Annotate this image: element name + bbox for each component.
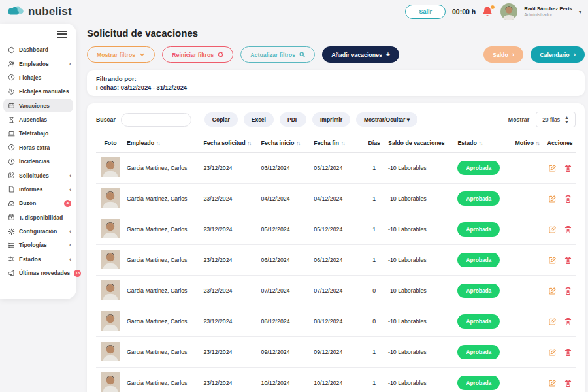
- excel-button[interactable]: Excel: [244, 112, 274, 127]
- sidebar-item-ausencias[interactable]: Ausencias: [0, 112, 76, 126]
- edit-icon[interactable]: [548, 318, 557, 326]
- saldo-button[interactable]: Saldo ›: [483, 46, 523, 63]
- edit-icon[interactable]: [548, 195, 557, 203]
- column-header-fecha-solicitud[interactable]: Fecha solicitud↑↓: [201, 135, 259, 153]
- cell-motivo: [514, 306, 545, 337]
- edit-icon[interactable]: [548, 164, 557, 172]
- pdf-button[interactable]: PDF: [280, 112, 306, 127]
- sidebar-item-solicitudes[interactable]: Solicitudes‹: [0, 169, 76, 182]
- sidebar-item-t-disponibilidad[interactable]: T. disponibilidad: [0, 210, 76, 224]
- sidebar-item-label: Teletrabajo: [19, 130, 48, 137]
- cell-fecha-solicitud: 23/12/2024: [201, 214, 259, 245]
- users-icon: [8, 60, 15, 67]
- sidebar-item-teletrabajo[interactable]: Teletrabajo: [0, 127, 76, 140]
- table-row: Garcia Martinez, Carlos23/12/202409/12/2…: [96, 337, 576, 368]
- cell-fecha-fin: 07/12/2024: [312, 276, 362, 306]
- chevron-left-icon: ‹: [69, 61, 71, 67]
- calendar-button[interactable]: Calendario ›: [531, 46, 585, 63]
- mostrar-ocultar-button[interactable]: Mostrar/Ocultar ▾: [356, 112, 417, 127]
- delete-icon[interactable]: [564, 256, 572, 265]
- employee-photo: [101, 264, 120, 270]
- row-actions: [546, 287, 574, 295]
- cell-dias: 1: [362, 245, 386, 276]
- delete-icon[interactable]: [564, 287, 572, 295]
- notification-dot: [490, 5, 495, 10]
- cell-fecha-inicio: 06/12/2024: [259, 245, 312, 276]
- column-header-fecha-inicio[interactable]: Fecha inicio↑↓: [259, 135, 312, 153]
- user-name: Raúl Sánchez Peris: [524, 6, 572, 12]
- cell-saldo: -10 Laborables: [386, 245, 455, 276]
- sidebar-item-horas-extra[interactable]: Horas extra: [0, 140, 76, 154]
- sidebar-item-ultimas-novedades[interactable]: Últimas novedades13: [0, 267, 76, 280]
- status-badge: Aprobada: [457, 253, 500, 267]
- notifications-bell-icon[interactable]: [482, 6, 494, 18]
- cell-saldo: -10 Laborables: [386, 368, 455, 392]
- menu-toggle-icon[interactable]: [57, 31, 67, 38]
- delete-icon[interactable]: [564, 195, 572, 203]
- cell-fecha-inicio: 05/12/2024: [259, 214, 312, 245]
- sidebar-item-tipologias[interactable]: Tipologías‹: [0, 238, 76, 252]
- cell-saldo: -10 Laborables: [386, 276, 455, 306]
- status-badge: Aprobada: [457, 284, 500, 298]
- cell-fecha-fin: 08/12/2024: [312, 306, 362, 337]
- edit-icon[interactable]: [548, 287, 557, 295]
- cell-motivo: [514, 153, 545, 184]
- cell-fecha-fin: 04/12/2024: [312, 184, 362, 214]
- worked-time: 00:00 h: [452, 8, 476, 16]
- sidebar-item-vacaciones[interactable]: Vacaciones: [3, 99, 73, 112]
- sidebar-item-dashboard[interactable]: Dashboard: [0, 43, 76, 57]
- list-icon: [8, 242, 15, 249]
- reset-filters-button[interactable]: Reiniciar filtros: [162, 46, 233, 63]
- sidebar-item-label: Ausencias: [19, 116, 47, 123]
- user-menu[interactable]: Raúl Sánchez Peris Administrador: [524, 6, 572, 18]
- column-header-empleado[interactable]: Empleado↑↓: [125, 135, 201, 153]
- sidebar-item-empleados[interactable]: Empleados‹: [0, 57, 76, 71]
- employee-photo: [101, 295, 120, 301]
- column-header-motivo[interactable]: Motivo↑↓: [514, 135, 545, 153]
- sidebar-item-informes[interactable]: Informes‹: [0, 182, 76, 196]
- actions-row: Mostrar filtros Reiniciar filtros Actual…: [87, 46, 585, 63]
- column-header-foto: Foto: [96, 135, 125, 153]
- cell-fecha-solicitud: 23/12/2024: [201, 368, 259, 392]
- table-row: Garcia Martinez, Carlos23/12/202410/12/2…: [96, 368, 576, 392]
- search-input[interactable]: [121, 113, 191, 127]
- sidebar-item-fichajes-manuales[interactable]: Fichajes manuales: [0, 85, 76, 99]
- sidebar-item-buzon[interactable]: Buzón4: [0, 197, 76, 210]
- cell-dias: 1: [362, 153, 386, 184]
- delete-icon[interactable]: [564, 225, 572, 234]
- edit-icon[interactable]: [548, 348, 557, 357]
- edit-icon[interactable]: [548, 379, 557, 387]
- update-filters-button[interactable]: Actualizar filtros: [240, 46, 315, 63]
- status-badge: Aprobada: [457, 161, 500, 175]
- plus-icon: +: [386, 51, 390, 58]
- sort-icon: ↑↓: [156, 140, 160, 146]
- imprimir-button[interactable]: Imprimir: [312, 112, 350, 127]
- copiar-button[interactable]: Copiar: [204, 112, 238, 127]
- sidebar-item-incidencias[interactable]: Incidencias: [0, 155, 76, 169]
- sidebar-item-label: Horas extra: [19, 144, 50, 151]
- show-filters-button[interactable]: Mostrar filtros: [87, 46, 155, 63]
- cell-saldo: -10 Laborables: [386, 337, 455, 368]
- column-header-fecha-fin[interactable]: Fecha fin↑↓: [312, 135, 362, 153]
- chevron-left-icon: ‹: [69, 242, 71, 248]
- page-title: Solicitud de vacaciones: [87, 27, 585, 39]
- user-avatar[interactable]: [500, 3, 517, 20]
- cell-motivo: [514, 337, 545, 368]
- user-menu-caret-icon[interactable]: ▾: [579, 9, 581, 15]
- nubelist-logo[interactable]: nubelist: [7, 5, 72, 20]
- rows-per-page-select[interactable]: 20 filas ▲▼: [536, 112, 576, 127]
- cell-motivo: [514, 245, 545, 276]
- logout-button[interactable]: Salir: [405, 5, 446, 19]
- sidebar-item-fichajes[interactable]: Fichajes: [0, 71, 76, 84]
- sidebar-item-configuracion[interactable]: Configuración‹: [0, 224, 76, 238]
- sidebar-item-estados[interactable]: Estados‹: [0, 252, 76, 266]
- clock-plus-icon: [8, 144, 15, 151]
- column-header-estado[interactable]: Estado↑↓: [455, 135, 513, 153]
- edit-icon[interactable]: [548, 225, 557, 234]
- edit-icon[interactable]: [548, 256, 557, 265]
- delete-icon[interactable]: [564, 164, 572, 172]
- delete-icon[interactable]: [564, 379, 572, 387]
- add-vacation-button[interactable]: Añadir vacaciones +: [322, 46, 399, 63]
- delete-icon[interactable]: [564, 348, 572, 357]
- delete-icon[interactable]: [564, 318, 572, 326]
